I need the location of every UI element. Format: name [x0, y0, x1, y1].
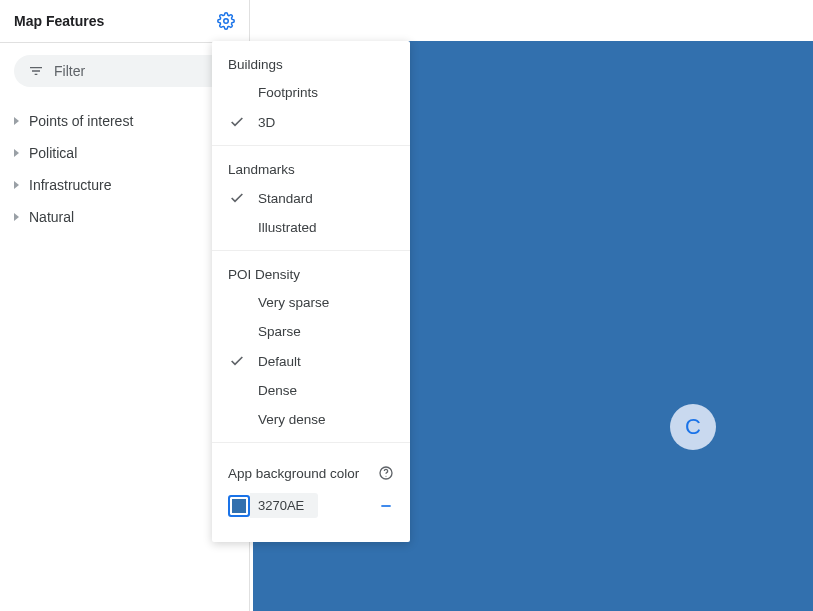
filter-input[interactable]: Filter — [14, 55, 235, 87]
check-icon — [229, 114, 245, 130]
bgcolor-row: App background color — [212, 455, 410, 487]
popover-item-label: Sparse — [258, 324, 301, 339]
popover-heading: Buildings — [212, 53, 410, 78]
hex-input[interactable] — [250, 493, 318, 518]
popover-item-label: Default — [258, 354, 301, 369]
chevron-right-icon — [14, 149, 19, 157]
popover-item-label: 3D — [258, 115, 275, 130]
popover-item-sparse[interactable]: Sparse — [212, 317, 410, 346]
popover-section-buildings: Buildings Footprints 3D — [212, 41, 410, 146]
filter-icon — [28, 63, 44, 79]
sidebar-item-label: Points of interest — [29, 113, 133, 129]
bgcolor-label: App background color — [228, 466, 359, 481]
sidebar-item-label: Natural — [29, 209, 74, 225]
popover-heading: POI Density — [212, 263, 410, 288]
center-badge-letter: C — [685, 414, 701, 440]
popover-item-footprints[interactable]: Footprints — [212, 78, 410, 107]
popover-item-standard[interactable]: Standard — [212, 183, 410, 213]
popover-item-label: Illustrated — [258, 220, 317, 235]
swatch-wrap — [228, 493, 318, 518]
popover-item-label: Standard — [258, 191, 313, 206]
popover-section-landmarks: Landmarks Standard Illustrated — [212, 146, 410, 251]
popover-item-default[interactable]: Default — [212, 346, 410, 376]
remove-color-button[interactable] — [378, 498, 394, 514]
svg-point-2 — [385, 476, 386, 477]
check-slot — [228, 353, 246, 369]
settings-popover: Buildings Footprints 3D Landmarks Standa… — [212, 41, 410, 542]
chevron-right-icon — [14, 181, 19, 189]
help-icon[interactable] — [378, 465, 394, 481]
gear-icon[interactable] — [217, 12, 235, 30]
filter-placeholder: Filter — [54, 63, 85, 79]
check-slot — [228, 114, 246, 130]
check-icon — [229, 353, 245, 369]
chevron-right-icon — [14, 117, 19, 125]
center-badge: C — [670, 404, 716, 450]
check-icon — [229, 190, 245, 206]
check-slot — [228, 190, 246, 206]
popover-item-very-dense[interactable]: Very dense — [212, 405, 410, 434]
popover-section-bgcolor: App background color — [212, 443, 410, 542]
popover-section-poi-density: POI Density Very sparse Sparse Default D… — [212, 251, 410, 443]
popover-heading: Landmarks — [212, 158, 410, 183]
popover-item-illustrated[interactable]: Illustrated — [212, 213, 410, 242]
popover-item-label: Footprints — [258, 85, 318, 100]
sidebar-title: Map Features — [14, 13, 104, 29]
chevron-right-icon — [14, 213, 19, 221]
popover-item-label: Dense — [258, 383, 297, 398]
color-swatch[interactable] — [228, 495, 250, 517]
sidebar-item-label: Political — [29, 145, 77, 161]
popover-item-3d[interactable]: 3D — [212, 107, 410, 137]
bgcolor-controls — [212, 487, 410, 534]
sidebar-header: Map Features — [0, 0, 249, 43]
popover-item-dense[interactable]: Dense — [212, 376, 410, 405]
popover-item-very-sparse[interactable]: Very sparse — [212, 288, 410, 317]
popover-item-label: Very dense — [258, 412, 326, 427]
svg-point-0 — [224, 19, 229, 24]
popover-item-label: Very sparse — [258, 295, 329, 310]
sidebar-item-label: Infrastructure — [29, 177, 111, 193]
